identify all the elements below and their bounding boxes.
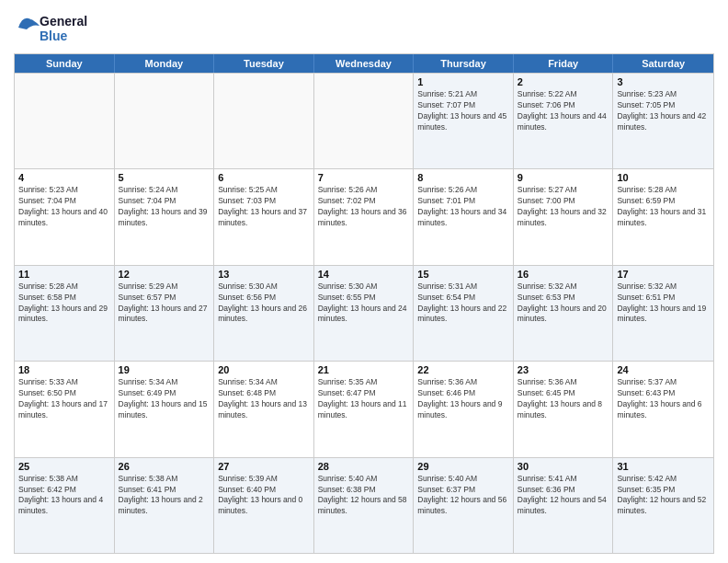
calendar-cell-27: 27Sunrise: 5:39 AMSunset: 6:40 PMDayligh… bbox=[214, 458, 314, 553]
day-info: Sunrise: 5:25 AMSunset: 7:03 PMDaylight:… bbox=[218, 185, 310, 229]
calendar-row-0: 1Sunrise: 5:21 AMSunset: 7:07 PMDaylight… bbox=[15, 73, 713, 168]
day-number: 16 bbox=[518, 269, 609, 280]
calendar-cell-11: 11Sunrise: 5:28 AMSunset: 6:58 PMDayligh… bbox=[15, 266, 115, 361]
day-number: 14 bbox=[318, 269, 410, 280]
day-info: Sunrise: 5:24 AMSunset: 7:04 PMDaylight:… bbox=[119, 185, 210, 229]
calendar-cell-29: 29Sunrise: 5:40 AMSunset: 6:37 PMDayligh… bbox=[414, 458, 514, 553]
logo-svg: GeneralBlue bbox=[14, 9, 97, 46]
day-number: 17 bbox=[617, 269, 710, 280]
calendar-cell-5: 5Sunrise: 5:24 AMSunset: 7:04 PMDaylight… bbox=[115, 169, 215, 264]
weekday-header-tuesday: Tuesday bbox=[214, 54, 314, 73]
logo: GeneralBlue bbox=[14, 9, 97, 46]
weekday-header-friday: Friday bbox=[514, 54, 614, 73]
day-info: Sunrise: 5:30 AMSunset: 6:55 PMDaylight:… bbox=[318, 282, 410, 326]
day-number: 30 bbox=[518, 461, 609, 472]
calendar-cell-9: 9Sunrise: 5:27 AMSunset: 7:00 PMDaylight… bbox=[514, 169, 614, 264]
day-number: 5 bbox=[119, 172, 210, 183]
day-number: 24 bbox=[617, 364, 710, 375]
day-info: Sunrise: 5:38 AMSunset: 6:42 PMDaylight:… bbox=[18, 474, 110, 518]
calendar-cell-20: 20Sunrise: 5:34 AMSunset: 6:48 PMDayligh… bbox=[214, 362, 314, 456]
calendar-cell-25: 25Sunrise: 5:38 AMSunset: 6:42 PMDayligh… bbox=[15, 458, 115, 553]
day-number: 28 bbox=[318, 461, 410, 472]
day-info: Sunrise: 5:37 AMSunset: 6:43 PMDaylight:… bbox=[617, 377, 710, 421]
day-number: 20 bbox=[218, 364, 310, 375]
weekday-header-thursday: Thursday bbox=[414, 54, 514, 73]
calendar-cell-17: 17Sunrise: 5:32 AMSunset: 6:51 PMDayligh… bbox=[613, 266, 713, 361]
calendar-cell-28: 28Sunrise: 5:40 AMSunset: 6:38 PMDayligh… bbox=[314, 458, 415, 553]
calendar-cell-8: 8Sunrise: 5:26 AMSunset: 7:01 PMDaylight… bbox=[414, 169, 514, 264]
day-number: 12 bbox=[119, 269, 210, 280]
calendar-cell-22: 22Sunrise: 5:36 AMSunset: 6:46 PMDayligh… bbox=[414, 362, 514, 456]
day-info: Sunrise: 5:34 AMSunset: 6:48 PMDaylight:… bbox=[218, 377, 310, 421]
svg-text:Blue: Blue bbox=[40, 29, 68, 43]
calendar-cell-empty-0 bbox=[15, 74, 115, 168]
day-number: 19 bbox=[119, 364, 210, 375]
calendar-cell-6: 6Sunrise: 5:25 AMSunset: 7:03 PMDaylight… bbox=[214, 169, 314, 264]
day-info: Sunrise: 5:38 AMSunset: 6:41 PMDaylight:… bbox=[119, 474, 210, 518]
calendar-cell-21: 21Sunrise: 5:35 AMSunset: 6:47 PMDayligh… bbox=[314, 362, 415, 456]
day-info: Sunrise: 5:39 AMSunset: 6:40 PMDaylight:… bbox=[218, 474, 310, 518]
svg-text:General: General bbox=[40, 14, 87, 29]
day-info: Sunrise: 5:30 AMSunset: 6:56 PMDaylight:… bbox=[218, 282, 310, 326]
day-info: Sunrise: 5:31 AMSunset: 6:54 PMDaylight:… bbox=[417, 282, 509, 326]
calendar-cell-empty-2 bbox=[214, 74, 314, 168]
calendar-cell-14: 14Sunrise: 5:30 AMSunset: 6:55 PMDayligh… bbox=[314, 266, 415, 361]
calendar-page: GeneralBlue SundayMondayTuesdayWednesday… bbox=[0, 0, 728, 563]
calendar-cell-10: 10Sunrise: 5:28 AMSunset: 6:59 PMDayligh… bbox=[613, 169, 713, 264]
day-number: 26 bbox=[119, 461, 210, 472]
day-info: Sunrise: 5:23 AMSunset: 7:04 PMDaylight:… bbox=[18, 185, 110, 229]
calendar-cell-7: 7Sunrise: 5:26 AMSunset: 7:02 PMDaylight… bbox=[314, 169, 415, 264]
day-info: Sunrise: 5:36 AMSunset: 6:46 PMDaylight:… bbox=[417, 377, 509, 421]
day-info: Sunrise: 5:33 AMSunset: 6:50 PMDaylight:… bbox=[18, 377, 110, 421]
day-number: 10 bbox=[617, 172, 710, 183]
day-info: Sunrise: 5:28 AMSunset: 6:58 PMDaylight:… bbox=[18, 282, 110, 326]
day-number: 11 bbox=[18, 269, 110, 280]
day-info: Sunrise: 5:23 AMSunset: 7:05 PMDaylight:… bbox=[617, 89, 710, 133]
calendar-grid: SundayMondayTuesdayWednesdayThursdayFrid… bbox=[14, 53, 714, 554]
calendar-cell-18: 18Sunrise: 5:33 AMSunset: 6:50 PMDayligh… bbox=[15, 362, 115, 456]
calendar-row-3: 18Sunrise: 5:33 AMSunset: 6:50 PMDayligh… bbox=[15, 361, 713, 456]
calendar-header: SundayMondayTuesdayWednesdayThursdayFrid… bbox=[15, 54, 713, 73]
calendar-cell-31: 31Sunrise: 5:42 AMSunset: 6:35 PMDayligh… bbox=[613, 458, 713, 553]
day-number: 31 bbox=[617, 461, 710, 472]
day-info: Sunrise: 5:34 AMSunset: 6:49 PMDaylight:… bbox=[119, 377, 210, 421]
day-number: 25 bbox=[18, 461, 110, 472]
day-number: 21 bbox=[318, 364, 410, 375]
day-info: Sunrise: 5:40 AMSunset: 6:37 PMDaylight:… bbox=[417, 474, 509, 518]
day-number: 18 bbox=[18, 364, 110, 375]
day-number: 8 bbox=[417, 172, 509, 183]
day-info: Sunrise: 5:21 AMSunset: 7:07 PMDaylight:… bbox=[417, 89, 509, 133]
day-number: 9 bbox=[518, 172, 609, 183]
calendar-cell-1: 1Sunrise: 5:21 AMSunset: 7:07 PMDaylight… bbox=[414, 74, 514, 168]
day-info: Sunrise: 5:32 AMSunset: 6:53 PMDaylight:… bbox=[518, 282, 609, 326]
day-info: Sunrise: 5:35 AMSunset: 6:47 PMDaylight:… bbox=[318, 377, 410, 421]
calendar-cell-3: 3Sunrise: 5:23 AMSunset: 7:05 PMDaylight… bbox=[613, 74, 713, 168]
calendar-cell-4: 4Sunrise: 5:23 AMSunset: 7:04 PMDaylight… bbox=[15, 169, 115, 264]
calendar-cell-19: 19Sunrise: 5:34 AMSunset: 6:49 PMDayligh… bbox=[115, 362, 215, 456]
calendar-cell-13: 13Sunrise: 5:30 AMSunset: 6:56 PMDayligh… bbox=[214, 266, 314, 361]
calendar-cell-16: 16Sunrise: 5:32 AMSunset: 6:53 PMDayligh… bbox=[514, 266, 614, 361]
day-number: 1 bbox=[417, 76, 509, 87]
day-number: 27 bbox=[218, 461, 310, 472]
calendar-cell-26: 26Sunrise: 5:38 AMSunset: 6:41 PMDayligh… bbox=[115, 458, 215, 553]
day-number: 6 bbox=[218, 172, 310, 183]
weekday-header-saturday: Saturday bbox=[613, 54, 713, 73]
day-info: Sunrise: 5:26 AMSunset: 7:02 PMDaylight:… bbox=[318, 185, 410, 229]
weekday-header-monday: Monday bbox=[115, 54, 215, 73]
calendar-row-1: 4Sunrise: 5:23 AMSunset: 7:04 PMDaylight… bbox=[15, 168, 713, 264]
day-number: 23 bbox=[518, 364, 609, 375]
day-number: 7 bbox=[318, 172, 410, 183]
calendar-cell-24: 24Sunrise: 5:37 AMSunset: 6:43 PMDayligh… bbox=[613, 362, 713, 456]
calendar-cell-23: 23Sunrise: 5:36 AMSunset: 6:45 PMDayligh… bbox=[514, 362, 614, 456]
day-info: Sunrise: 5:42 AMSunset: 6:35 PMDaylight:… bbox=[617, 474, 710, 518]
day-info: Sunrise: 5:29 AMSunset: 6:57 PMDaylight:… bbox=[119, 282, 210, 326]
day-info: Sunrise: 5:22 AMSunset: 7:06 PMDaylight:… bbox=[518, 89, 609, 133]
calendar-cell-12: 12Sunrise: 5:29 AMSunset: 6:57 PMDayligh… bbox=[115, 266, 215, 361]
day-number: 3 bbox=[617, 76, 710, 87]
day-number: 2 bbox=[518, 76, 609, 87]
day-info: Sunrise: 5:41 AMSunset: 6:36 PMDaylight:… bbox=[518, 474, 609, 518]
calendar-cell-2: 2Sunrise: 5:22 AMSunset: 7:06 PMDaylight… bbox=[514, 74, 614, 168]
calendar-cell-empty-1 bbox=[115, 74, 215, 168]
calendar-row-2: 11Sunrise: 5:28 AMSunset: 6:58 PMDayligh… bbox=[15, 265, 713, 361]
day-number: 29 bbox=[417, 461, 509, 472]
